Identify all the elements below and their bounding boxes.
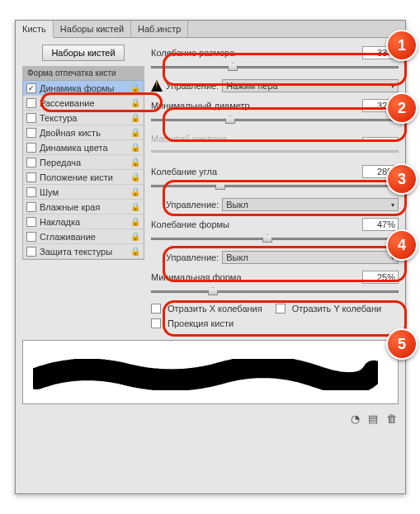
lock-icon[interactable]: 🔒 — [130, 172, 140, 182]
min-roundness-group: Минимальная форма25% — [151, 269, 399, 299]
lock-icon[interactable]: 🔒 — [130, 83, 140, 92]
option-buildup[interactable]: Накладка🔒 — [23, 215, 144, 229]
brush-sets-button[interactable]: Наборы кистей — [42, 45, 124, 61]
min-roundness-label: Минимальная форма — [151, 272, 242, 282]
size-jitter-group: Колебание размера33% — [151, 45, 399, 74]
brush-panel: Кисть Наборы кистей Наб.инстр Наборы кис… — [15, 20, 406, 494]
lock-icon[interactable]: 🔒 — [130, 158, 140, 167]
flip-y-label: Отразить Y колебани — [292, 304, 382, 314]
tilt-scale-label: Масштаб наклона — [151, 134, 227, 144]
min-roundness-value[interactable]: 25% — [362, 271, 399, 284]
option-brush-pose[interactable]: Положение кисти🔒 — [23, 170, 144, 185]
checkbox-icon — [151, 304, 161, 314]
lock-icon[interactable]: 🔒 — [130, 113, 140, 122]
size-control-dropdown[interactable]: !Управление:Нажим пера▾ — [151, 79, 399, 92]
min-roundness-slider[interactable] — [151, 285, 399, 299]
lock-icon[interactable]: 🔒 — [130, 202, 140, 211]
option-label: Накладка — [40, 217, 80, 227]
option-label: Передача — [40, 158, 81, 167]
option-protect-texture[interactable]: Защита текстуры🔒 — [23, 244, 144, 259]
lock-icon[interactable]: 🔒 — [130, 232, 140, 241]
checkbox-icon[interactable] — [26, 113, 36, 123]
roundness-control-dropdown[interactable]: Управление:Выкл▾ — [151, 251, 399, 264]
checkbox-icon[interactable] — [26, 187, 36, 197]
min-diameter-slider[interactable] — [151, 114, 399, 127]
toggle-preview-icon[interactable]: ◔ — [351, 413, 360, 425]
roundness-jitter-slider[interactable] — [151, 233, 399, 246]
lock-icon[interactable]: 🔒 — [130, 247, 140, 256]
callout-badge: 1 — [386, 30, 418, 61]
tab-sets[interactable]: Наборы кистей — [54, 21, 131, 37]
option-label: Динамика цвета — [40, 143, 108, 153]
option-label: Рассеивание — [40, 98, 95, 108]
section-tip-shape[interactable]: Форма отпечатка кисти — [22, 66, 144, 80]
option-label: Двойная кисть — [40, 128, 101, 138]
flip-x-checkbox[interactable]: Отразить X колебания — [151, 304, 262, 314]
option-label: Шум — [40, 187, 59, 197]
option-label: Сглаживание — [40, 232, 96, 242]
min-diameter-label: Минимальный диаметр — [151, 101, 250, 111]
dropdown-value: Нажим пера — [226, 81, 278, 91]
option-label: Положение кисти — [40, 172, 113, 182]
checkbox-icon[interactable] — [26, 202, 36, 212]
option-list: Динамика формы🔒 Рассеивание🔒 Текстура🔒 Д… — [22, 80, 144, 260]
new-brush-icon[interactable]: ▤ — [368, 413, 378, 425]
dropdown-value: Выкл — [226, 252, 248, 262]
lock-icon[interactable]: 🔒 — [130, 128, 140, 137]
option-label: Влажные края — [40, 202, 100, 212]
checkbox-icon[interactable] — [26, 232, 36, 242]
checkbox-icon[interactable] — [26, 247, 36, 257]
checkbox-icon[interactable] — [26, 128, 36, 138]
tab-tools[interactable]: Наб.инстр — [131, 21, 188, 37]
lock-icon[interactable]: 🔒 — [130, 217, 140, 226]
chevron-updown-icon: ▾ — [391, 83, 394, 90]
size-jitter-slider[interactable] — [151, 61, 399, 74]
checkbox-icon[interactable] — [26, 98, 36, 108]
angle-jitter-label: Колебание угла — [151, 167, 217, 177]
dropdown-value: Выкл — [226, 200, 248, 210]
callout-badge: 4 — [386, 229, 418, 261]
option-wet-edges[interactable]: Влажные края🔒 — [23, 200, 144, 215]
stroke-preview-icon — [33, 359, 378, 390]
tilt-scale-slider — [151, 145, 399, 158]
callout-badge: 2 — [386, 92, 418, 124]
checkbox-icon[interactable] — [26, 172, 36, 182]
option-noise[interactable]: Шум🔒 — [23, 185, 144, 200]
option-dual-brush[interactable]: Двойная кисть🔒 — [23, 125, 144, 140]
callout-badge: 5 — [386, 328, 418, 360]
chevron-updown-icon: ▾ — [391, 201, 394, 209]
projection-label: Проекция кисти — [168, 318, 234, 328]
angle-control-dropdown[interactable]: Управление:Выкл▾ — [151, 198, 399, 211]
option-scattering[interactable]: Рассеивание🔒 — [23, 96, 144, 111]
flip-x-label: Отразить X колебания — [168, 304, 262, 314]
lock-icon[interactable]: 🔒 — [130, 187, 140, 196]
checkbox-icon[interactable] — [26, 158, 36, 167]
checkbox-icon[interactable] — [26, 83, 36, 93]
option-smoothing[interactable]: Сглаживание🔒 — [23, 229, 144, 244]
option-shape-dynamics[interactable]: Динамика формы🔒 — [23, 81, 144, 96]
option-label: Текстура — [40, 113, 77, 123]
option-label: Динамика формы — [40, 83, 114, 93]
lock-icon[interactable]: 🔒 — [130, 98, 140, 107]
checkbox-icon — [276, 304, 286, 314]
tilt-scale-group: Масштаб наклона — [151, 132, 399, 158]
option-color-dynamics[interactable]: Динамика цвета🔒 — [23, 140, 144, 155]
checkbox-icon[interactable] — [26, 143, 36, 153]
angle-jitter-group: Колебание угла28% — [151, 163, 399, 193]
option-texture[interactable]: Текстура🔒 — [23, 111, 144, 125]
trash-icon[interactable]: 🗑 — [386, 413, 397, 425]
flip-y-checkbox[interactable]: Отразить Y колебани — [276, 304, 382, 314]
checkbox-icon — [151, 318, 161, 328]
lock-icon[interactable]: 🔒 — [130, 143, 140, 152]
min-diameter-group: Минимальный диаметр32% — [151, 97, 399, 127]
angle-jitter-slider[interactable] — [151, 180, 399, 193]
option-transfer[interactable]: Передача🔒 — [23, 155, 144, 170]
roundness-jitter-value[interactable]: 47% — [362, 218, 399, 231]
checkbox-icon[interactable] — [26, 217, 36, 227]
roundness-jitter-label: Колебание формы — [151, 219, 229, 229]
callout-badge: 3 — [386, 163, 418, 195]
size-jitter-label: Колебание размера — [151, 48, 234, 58]
brush-projection-checkbox[interactable]: Проекция кисти — [151, 318, 399, 328]
option-label: Защита текстуры — [40, 247, 112, 257]
tab-brush[interactable]: Кисть — [16, 21, 54, 38]
